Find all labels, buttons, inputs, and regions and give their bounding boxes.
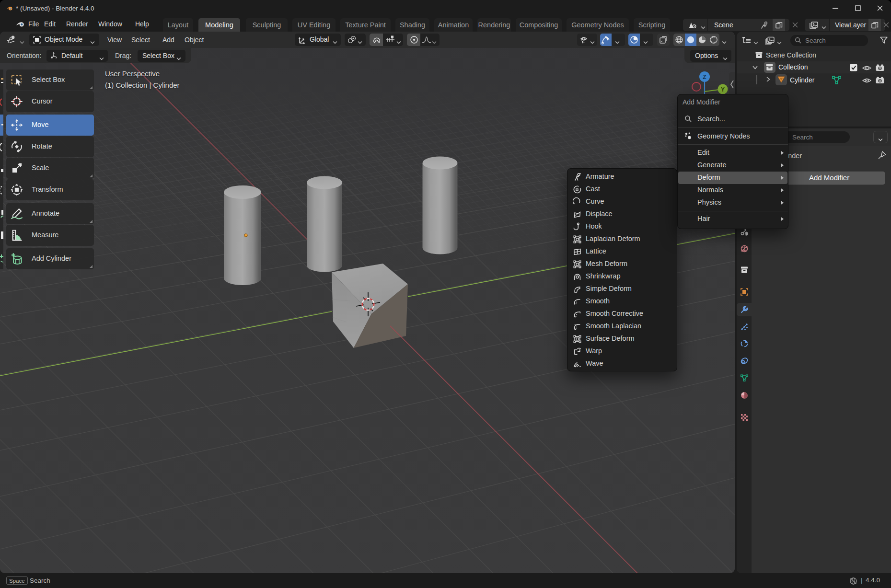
svg-text:Y: Y (721, 86, 725, 93)
svg-text:Z: Z (703, 74, 706, 81)
